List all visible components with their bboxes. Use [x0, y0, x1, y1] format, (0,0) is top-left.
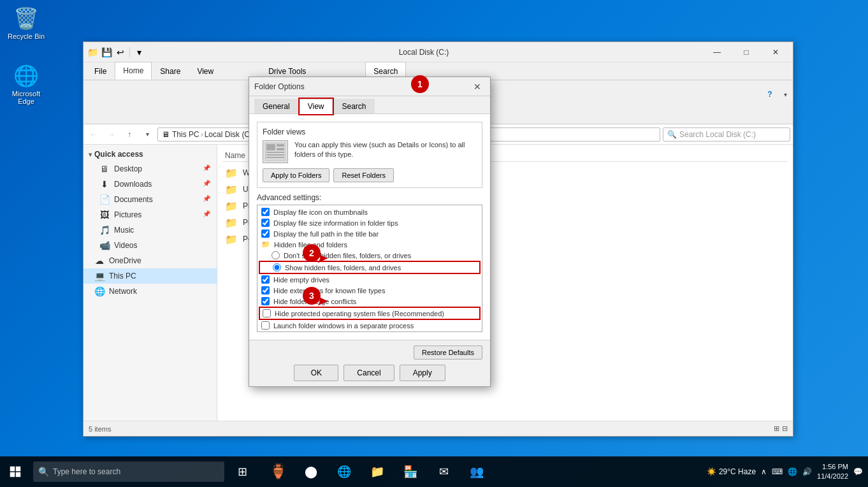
- chevron-icon: ▾: [89, 151, 92, 158]
- ribbon-collapse-button[interactable]: ▾: [778, 85, 793, 103]
- restore-defaults-row: Restore Defaults: [257, 345, 482, 360]
- dialog-close-button[interactable]: ✕: [470, 79, 485, 94]
- tray-up-arrow[interactable]: ∧: [761, 467, 767, 476]
- folder-icon: 📁: [225, 233, 238, 245]
- setting-hide-folder-merge[interactable]: Hide folder merge conflicts: [259, 296, 481, 307]
- dialog-tab-view[interactable]: View: [300, 99, 333, 114]
- ok-button[interactable]: OK: [294, 365, 338, 381]
- svg-rect-10: [16, 472, 21, 477]
- sidebar: ▾ Quick access 🖥 Desktop 📌 ⬇ Downloads 📌…: [83, 145, 217, 421]
- setting-full-path[interactable]: Display the full path in the title bar: [259, 228, 481, 239]
- recent-locations-button[interactable]: ▾: [140, 127, 155, 142]
- tab-view[interactable]: View: [189, 62, 222, 80]
- taskbar-app-explorer[interactable]: 📁: [362, 456, 393, 487]
- sidebar-item-this-pc[interactable]: 💻 This PC: [83, 268, 217, 284]
- task-view-button[interactable]: ⊞: [227, 456, 257, 487]
- help-button[interactable]: ?: [762, 85, 778, 103]
- step-1-bubble: 1: [411, 75, 429, 93]
- qat-folder-icon[interactable]: 📁: [86, 46, 99, 59]
- tab-home[interactable]: Home: [115, 62, 152, 80]
- dialog-tab-general[interactable]: General: [254, 99, 298, 113]
- title-bar: 📁 💾 ↩ ▾ Local Disk (C:) ― □ ✕: [83, 42, 793, 62]
- sidebar-quick-access[interactable]: ▾ Quick access: [83, 147, 217, 161]
- taskbar-app-store[interactable]: 🏪: [395, 456, 426, 487]
- restore-defaults-button[interactable]: Restore Defaults: [414, 345, 482, 360]
- close-button[interactable]: ✕: [761, 42, 790, 62]
- pin-icon: 📌: [203, 180, 212, 189]
- recycle-bin-label: Recycle Bin: [8, 33, 45, 40]
- sidebar-item-network[interactable]: 🌐 Network: [83, 284, 217, 299]
- svg-rect-8: [16, 467, 21, 472]
- setting-restore-folder-windows[interactable]: Restore previous folder windows at logon: [259, 331, 481, 332]
- setting-show-hidden[interactable]: Show hidden files, folders, and drives: [259, 261, 481, 274]
- weather-widget[interactable]: ☀️ 29°C Haze: [707, 467, 756, 476]
- minimize-button[interactable]: ―: [702, 42, 732, 62]
- start-button[interactable]: [0, 456, 31, 487]
- onedrive-icon: ☁: [94, 255, 105, 266]
- step-3-arrow: ➤: [317, 293, 328, 309]
- sidebar-item-onedrive[interactable]: ☁ OneDrive: [83, 253, 217, 268]
- sun-icon: ☀️: [707, 467, 716, 476]
- ok-cancel-row: OK Cancel Apply: [257, 365, 482, 381]
- taskbar-app-circle[interactable]: ⬤: [296, 456, 326, 487]
- tab-share[interactable]: Share: [152, 62, 189, 80]
- date-display: 11/4/2022: [817, 472, 848, 481]
- setting-file-icon-thumbnails[interactable]: Display file icon on thumbnails: [259, 207, 481, 217]
- sidebar-item-documents[interactable]: 📄 Documents 📌: [83, 192, 217, 207]
- sidebar-item-music[interactable]: 🎵 Music: [83, 222, 217, 238]
- sidebar-item-videos[interactable]: 📹 Videos: [83, 238, 217, 253]
- taskbar-app-teams[interactable]: 👥: [461, 456, 492, 487]
- search-box[interactable]: 🔍 Search Local Disk (C:): [663, 127, 790, 142]
- dialog-tab-search[interactable]: Search: [334, 99, 375, 113]
- svg-rect-6: [266, 157, 284, 158]
- status-bar: 5 items ⊞ ⊟: [83, 421, 793, 436]
- dialog-title-bar[interactable]: Folder Options ✕: [249, 77, 490, 96]
- settings-list[interactable]: Display file icon on thumbnails Display …: [257, 205, 482, 332]
- details-view-icon[interactable]: ⊞: [774, 425, 779, 433]
- videos-icon: 📹: [99, 240, 110, 251]
- tray-keyboard-icon[interactable]: ⌨: [772, 467, 783, 476]
- taskbar-app-pharaoh[interactable]: 🏺: [263, 456, 293, 487]
- taskbar-app-mail[interactable]: ✉: [428, 456, 459, 487]
- taskbar-app-edge[interactable]: 🌐: [329, 456, 359, 487]
- apply-to-folders-button[interactable]: Apply to Folders: [263, 168, 329, 182]
- edge-icon[interactable]: 🌐 Microsoft Edge: [1, 61, 52, 108]
- setting-hide-empty-drives[interactable]: Hide empty drives: [259, 274, 481, 285]
- taskbar-clock[interactable]: 1:56 PM 11/4/2022: [817, 462, 848, 482]
- folder-icon: 📁: [225, 166, 238, 179]
- sidebar-item-pictures[interactable]: 🖼 Pictures 📌: [83, 207, 217, 222]
- setting-hidden-files-header: 📁 Hidden files and folders: [259, 239, 481, 250]
- cancel-button[interactable]: Cancel: [344, 365, 394, 381]
- large-icons-view-icon[interactable]: ⊟: [782, 425, 788, 433]
- setting-hide-extensions[interactable]: Hide extensions for known file types: [259, 285, 481, 296]
- taskbar-search[interactable]: 🔍 Type here to search: [33, 462, 224, 482]
- qat-dropdown-icon[interactable]: ▾: [133, 46, 145, 59]
- pin-icon: 📌: [203, 210, 212, 219]
- pin-icon: 📌: [203, 164, 212, 173]
- up-button[interactable]: ↑: [122, 127, 137, 142]
- recycle-bin-icon[interactable]: 🗑️ Recycle Bin: [1, 3, 52, 43]
- pin-icon: 📌: [203, 195, 212, 204]
- apply-button[interactable]: Apply: [400, 365, 445, 381]
- tray-network-icon[interactable]: 🌐: [788, 467, 797, 476]
- tab-file[interactable]: File: [86, 62, 115, 80]
- setting-dont-show-hidden[interactable]: Don't show hidden files, folders, or dri…: [259, 250, 481, 261]
- taskbar-tray: ☀️ 29°C Haze ∧ ⌨ 🌐 🔊 1:56 PM 11/4/2022 💬: [707, 462, 868, 482]
- downloads-icon: ⬇: [99, 178, 110, 190]
- window-title: Local Disk (C:): [145, 48, 702, 57]
- folder-options-dialog: Folder Options ✕ General View Search Fol…: [249, 76, 491, 387]
- qat-save-icon[interactable]: 💾: [100, 46, 113, 59]
- tray-volume-icon[interactable]: 🔊: [802, 467, 812, 476]
- notification-icon[interactable]: 💬: [853, 467, 863, 476]
- reset-folders-button[interactable]: Reset Folders: [333, 168, 393, 182]
- sidebar-item-desktop[interactable]: 🖥 Desktop 📌: [83, 161, 217, 177]
- time-display: 1:56 PM: [817, 462, 848, 472]
- sidebar-item-downloads[interactable]: ⬇ Downloads 📌: [83, 177, 217, 192]
- forward-button[interactable]: →: [104, 127, 119, 142]
- setting-hide-protected-os[interactable]: Hide protected operating system files (R…: [259, 307, 481, 320]
- setting-file-size-info[interactable]: Display file size information in folder …: [259, 217, 481, 228]
- setting-launch-folder-windows[interactable]: Launch folder windows in a separate proc…: [259, 320, 481, 331]
- back-button[interactable]: ←: [86, 127, 101, 142]
- maximize-button[interactable]: □: [732, 42, 761, 62]
- qat-undo-icon[interactable]: ↩: [114, 46, 127, 59]
